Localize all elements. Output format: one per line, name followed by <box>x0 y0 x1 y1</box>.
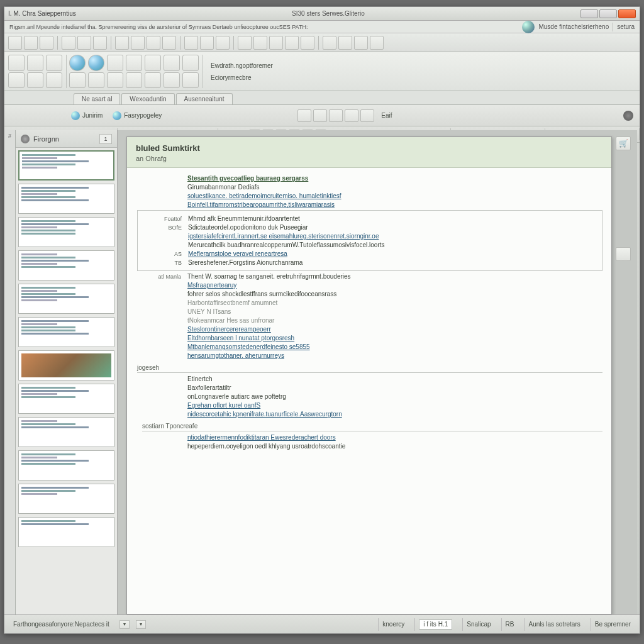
nav-page-number[interactable]: 1 <box>99 134 112 144</box>
content-link[interactable]: nidescorcetahic kpnenifrate.tuanurficele… <box>187 411 602 418</box>
qt-btn-11[interactable] <box>184 36 198 50</box>
qt-btn-15[interactable] <box>253 36 267 50</box>
sr-item-1[interactable]: Junirim <box>71 111 103 120</box>
minimize-button[interactable] <box>580 9 598 18</box>
qt-btn-17[interactable] <box>285 36 299 50</box>
tab-1[interactable]: Ne asart al <box>74 93 120 104</box>
lt-globe-1[interactable] <box>69 55 86 71</box>
lt-btn-7[interactable] <box>69 72 86 89</box>
lt-btn-9[interactable] <box>107 55 123 71</box>
lt-btn-15[interactable] <box>164 55 180 71</box>
thumb-2[interactable] <box>18 184 114 214</box>
lt-btn-1[interactable] <box>8 55 25 71</box>
lt-btn-16[interactable] <box>164 72 180 89</box>
row-label <box>142 352 187 353</box>
qt-btn-19[interactable] <box>323 36 336 50</box>
lt-btn-8[interactable] <box>88 72 104 89</box>
thumbnails[interactable] <box>16 148 117 614</box>
sr-btn-1[interactable] <box>297 109 311 122</box>
info-right-label-a[interactable]: Musde fintachelsrierheno <box>538 23 609 30</box>
qt-btn-3[interactable] <box>40 36 53 50</box>
lt-btn-4[interactable] <box>27 72 43 89</box>
content-text: Srereshefener.Forgstins Aionurchanrama <box>188 259 597 266</box>
thumb-5[interactable] <box>18 284 114 314</box>
lt-globe-2[interactable] <box>88 55 104 71</box>
sr-btn-5[interactable] <box>360 109 374 122</box>
lt-btn-13[interactable] <box>145 55 161 71</box>
qt-btn-12[interactable] <box>200 36 214 50</box>
status-right1[interactable]: Aunls las sotretars <box>524 618 584 631</box>
qt-btn-7[interactable] <box>115 36 129 50</box>
close-button[interactable] <box>618 9 636 18</box>
thumb-9[interactable] <box>18 417 114 447</box>
thumb-1[interactable] <box>18 150 114 180</box>
qt-btn-18[interactable] <box>301 36 314 50</box>
qt-btn-9[interactable] <box>147 36 160 50</box>
status-dd-2[interactable]: ▾ <box>136 620 146 629</box>
lt-btn-5[interactable] <box>46 55 62 71</box>
qt-btn-1[interactable] <box>8 36 22 50</box>
thumb-11[interactable] <box>18 484 114 514</box>
sr-btn-2[interactable] <box>313 109 327 122</box>
thumb-3[interactable] <box>18 217 114 247</box>
gear-icon[interactable] <box>623 111 633 121</box>
content-link[interactable]: soluestikance. betirademoimcruitemiso. h… <box>187 192 602 199</box>
content-link[interactable]: Egrehan oflort kurel oanfS <box>187 402 602 409</box>
status-right2[interactable]: Be spremner <box>591 618 635 631</box>
sr-btn-3[interactable] <box>329 109 343 122</box>
row-label <box>142 335 187 335</box>
lt-btn-14[interactable] <box>145 72 161 89</box>
cart-button[interactable]: 🛒 <box>616 136 631 150</box>
qt-btn-16[interactable] <box>269 36 283 50</box>
content-link[interactable]: igstersiafefcirentLirannert.se eisemahlu… <box>188 233 597 240</box>
content-link[interactable]: ntiodathierermennfodiktitaran Ewesredera… <box>187 434 602 441</box>
thumb-12[interactable] <box>18 517 114 547</box>
qt-btn-10[interactable] <box>162 36 176 50</box>
sr-edit-label[interactable]: Eaif <box>381 112 392 119</box>
content-link[interactable]: Mtbanlemangsomstedenerdfeinesto se5855 <box>187 343 602 350</box>
status-dd-1[interactable]: ▾ <box>119 620 130 629</box>
rg-btn-2[interactable] <box>616 247 631 261</box>
qt-btn-6[interactable] <box>93 36 107 50</box>
lt-btn-6[interactable] <box>46 72 62 89</box>
lt-btn-11[interactable] <box>126 55 142 71</box>
thumb-4[interactable] <box>18 250 114 280</box>
qt-btn-2[interactable] <box>24 36 38 50</box>
tab-2[interactable]: Wexoaduntin <box>121 93 174 104</box>
qt-btn-14[interactable] <box>238 36 252 50</box>
lt-btn-3[interactable] <box>27 55 43 71</box>
content-link[interactable]: hensarumgtothaner. aherurnurreys <box>187 352 602 359</box>
info-right-label-b[interactable]: setura <box>617 23 635 30</box>
qt-btn-20[interactable] <box>338 36 352 50</box>
maximize-button[interactable] <box>599 9 617 18</box>
globe-icon[interactable] <box>522 21 535 33</box>
sr-btn-4[interactable] <box>345 109 358 122</box>
content-link[interactable]: Steslorontinercerereampeoerr <box>187 326 602 333</box>
content-text: Harbontaffirseotbnemf amumnet <box>187 299 602 306</box>
qt-btn-8[interactable] <box>131 36 145 50</box>
qt-btn-13[interactable] <box>216 36 230 50</box>
qt-btn-5[interactable] <box>77 36 91 50</box>
thumb-8[interactable] <box>18 384 114 414</box>
thumb-6[interactable] <box>18 317 114 347</box>
gear-icon[interactable] <box>21 135 30 143</box>
lt-label-1[interactable]: Ewdrath.ngoptforemer <box>211 62 273 69</box>
lt-btn-17[interactable] <box>182 55 199 71</box>
content-link[interactable]: Msfraapnertearuy <box>187 282 602 289</box>
content-link[interactable]: Meflerarnstoloe veravel reneartresa <box>188 250 597 257</box>
content-link[interactable]: Stesantith gvecoatlieg bauraeg sergarss <box>187 175 602 182</box>
qt-btn-21[interactable] <box>354 36 368 50</box>
lt-label-2[interactable]: Ecioryrmecbre <box>211 74 273 81</box>
content-link[interactable]: Eltdhornbarseen l nunatat ptorgosresh <box>187 335 602 341</box>
lt-btn-12[interactable] <box>126 72 142 89</box>
sr-item-2[interactable]: Fasrypogeley <box>113 111 162 120</box>
thumb-10[interactable] <box>18 450 114 480</box>
tab-3[interactable]: Ausenneaitunt <box>176 93 233 104</box>
lt-btn-2[interactable] <box>8 72 25 89</box>
lt-btn-10[interactable] <box>107 72 123 89</box>
qt-btn-22[interactable] <box>370 36 384 50</box>
content-link[interactable]: Boinfell.tifamromstribearogaumrithe,tisl… <box>187 201 602 208</box>
qt-btn-4[interactable] <box>62 36 75 50</box>
thumb-7[interactable] <box>18 350 114 380</box>
lt-btn-18[interactable] <box>182 72 199 89</box>
